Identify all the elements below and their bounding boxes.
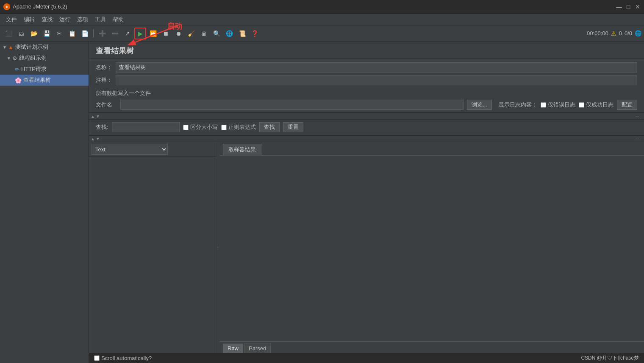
status-right-text: CSDN @月♡下‖chase梦 — [581, 355, 639, 362]
comment-input[interactable] — [116, 75, 637, 85]
menu-run[interactable]: 运行 — [56, 14, 74, 25]
log-button[interactable]: 📜 — [236, 28, 248, 39]
test-plan-label: 测试计划示例 — [15, 43, 48, 51]
regex-label[interactable]: 正则表达式 — [221, 123, 256, 131]
menu-options[interactable]: 选项 — [74, 14, 92, 25]
minimize-button[interactable]: — — [616, 4, 622, 10]
sidebar-item-thread-group[interactable]: ▼ ⚙ 线程组示例 — [0, 53, 89, 64]
http-label: HTTP请求 — [21, 65, 47, 73]
left-pane-toolbar: Text RegExp Tester CSS/JQuery Tester XPa… — [89, 142, 216, 157]
all-data-section: 所有数据写入一个文件 — [89, 89, 644, 99]
error-count: 0/0 — [625, 30, 632, 36]
thread-group-icon: ⚙ — [12, 55, 17, 61]
find-button[interactable]: 查找 — [259, 122, 280, 132]
stop-button[interactable]: ⏹ — [160, 28, 172, 39]
remote-start-button[interactable]: 🌐 — [223, 28, 235, 39]
success-only-label[interactable]: 仅成功日志 — [579, 101, 613, 109]
format-dropdown[interactable]: Text RegExp Tester CSS/JQuery Tester XPa… — [92, 144, 168, 155]
scroll-divider-1: ▲▼ ··· — [89, 113, 644, 120]
save-button[interactable]: 💾 — [41, 28, 53, 39]
config-button[interactable]: 配置 — [617, 100, 637, 110]
more-dots-2: ··· — [636, 137, 639, 141]
left-pane-content — [89, 157, 216, 353]
menu-tools[interactable]: 工具 — [92, 14, 109, 25]
errors-only-label[interactable]: 仅错误日志 — [541, 101, 575, 109]
menu-help[interactable]: 帮助 — [109, 14, 127, 25]
menu-file[interactable]: 文件 — [3, 14, 20, 25]
scroll-auto-checkbox[interactable] — [94, 355, 100, 361]
help-button[interactable]: ❓ — [249, 28, 261, 39]
cut-button[interactable]: ✂ — [53, 28, 65, 39]
regex-checkbox[interactable] — [221, 125, 227, 130]
more-dots-1: ··· — [636, 114, 639, 119]
name-label: 名称： — [96, 64, 112, 71]
menu-bar: 文件 编辑 查找 运行 选项 工具 帮助 — [0, 14, 644, 25]
success-only-checkbox[interactable] — [579, 102, 584, 108]
new-button[interactable]: ⬛ — [3, 28, 14, 39]
comment-label: 注释： — [96, 76, 112, 84]
clear-all-button[interactable]: 🧹 — [185, 28, 197, 39]
file-row: 文件名 浏览... 显示日志内容： 仅错误日志 仅成功日志 配置 — [89, 99, 644, 113]
open-template-button[interactable]: 🗂 — [15, 28, 27, 39]
separator-1 — [93, 29, 94, 38]
add-button[interactable]: ➕ — [96, 28, 108, 39]
status-bar: Scroll automatically? CSDN @月♡下‖chase梦 — [89, 353, 644, 363]
case-sensitive-checkbox[interactable] — [183, 125, 189, 130]
open-button[interactable]: 📂 — [28, 28, 40, 39]
scroll-arrows-1[interactable]: ▲▼ — [91, 114, 100, 119]
case-sensitive-label[interactable]: 区分大小写 — [183, 123, 218, 131]
remove-button[interactable]: ➖ — [109, 28, 121, 39]
toolbar-right: 00:00:00 ⚠ 0 0/0 🌐 — [587, 30, 641, 37]
tab-sampler-result[interactable]: 取样器结果 — [223, 144, 261, 155]
name-input[interactable] — [116, 62, 637, 73]
tab-raw[interactable]: Raw — [223, 343, 243, 353]
app-icon: ♠ — [3, 3, 10, 10]
shutdown-button[interactable]: ⏺ — [172, 28, 184, 39]
search-button[interactable]: 🔍 — [211, 28, 222, 39]
expand-icon-2: ▼ — [7, 56, 11, 61]
file-label: 文件名 — [96, 101, 117, 109]
scroll-divider-2: ▲▼ ··· — [89, 135, 644, 142]
errors-only-checkbox[interactable] — [541, 102, 546, 108]
left-pane: Text RegExp Tester CSS/JQuery Tester XPa… — [89, 142, 216, 353]
expand-icon: ▼ — [3, 45, 7, 50]
tabs-row: 取样器结果 — [219, 142, 644, 156]
bottom-tabs: Raw Parsed — [219, 341, 644, 353]
sidebar-item-http-request[interactable]: ✏ HTTP请求 — [0, 64, 89, 75]
right-pane-content — [219, 156, 644, 341]
http-icon: ✏ — [15, 66, 19, 73]
globe-icon: 🌐 — [635, 30, 641, 36]
scroll-check: Scroll automatically? — [94, 355, 152, 361]
content-title: 查看结果树 — [96, 47, 134, 55]
view-result-icon: 🌸 — [15, 77, 22, 84]
sidebar-item-test-plan[interactable]: ▼ ▲ 测试计划示例 — [0, 42, 89, 53]
tab-parsed[interactable]: Parsed — [244, 343, 271, 353]
copy-button[interactable]: 📋 — [66, 28, 78, 39]
scroll-arrows-2[interactable]: ▲▼ — [91, 137, 100, 141]
scroll-auto-label: Scroll automatically? — [101, 355, 152, 361]
menu-edit[interactable]: 编辑 — [20, 14, 38, 25]
split-pane: Text RegExp Tester CSS/JQuery Tester XPa… — [89, 142, 644, 353]
warning-icon: ⚠ — [611, 30, 616, 37]
close-button[interactable]: ✕ — [635, 4, 641, 10]
vertical-drag-handle[interactable]: ⋮ — [216, 142, 219, 353]
reset-button[interactable]: 重置 — [283, 122, 303, 132]
move-up-button[interactable]: ↗ — [122, 28, 133, 39]
all-data-label: 所有数据写入一个文件 — [96, 88, 151, 98]
form-section: 名称： 注释： — [89, 59, 644, 89]
maximize-button[interactable]: □ — [625, 4, 631, 10]
title-bar: ♠ Apache JMeter (5.6.2) — □ ✕ — [0, 0, 644, 14]
menu-find[interactable]: 查找 — [38, 14, 56, 25]
title-bar-text: Apache JMeter (5.6.2) — [13, 3, 616, 10]
content-area: 查看结果树 名称： 注释： 所有数据写入一个文件 文件名 浏览... 显示日志内… — [89, 42, 644, 363]
search-input[interactable] — [112, 122, 180, 132]
file-input[interactable] — [120, 100, 464, 110]
paste-button[interactable]: 📄 — [79, 28, 91, 39]
search-label: 查找: — [96, 123, 108, 131]
start-button[interactable]: ▶ — [134, 28, 146, 39]
browse-button[interactable]: 浏览... — [467, 100, 492, 110]
clear-button[interactable]: 🗑 — [198, 28, 210, 39]
start-no-pause-button[interactable]: ⏩ — [147, 28, 159, 39]
search-row: 查找: 区分大小写 正则表达式 查找 重置 — [89, 120, 644, 135]
sidebar-item-view-result[interactable]: 🌸 查看结果树 — [0, 75, 89, 86]
